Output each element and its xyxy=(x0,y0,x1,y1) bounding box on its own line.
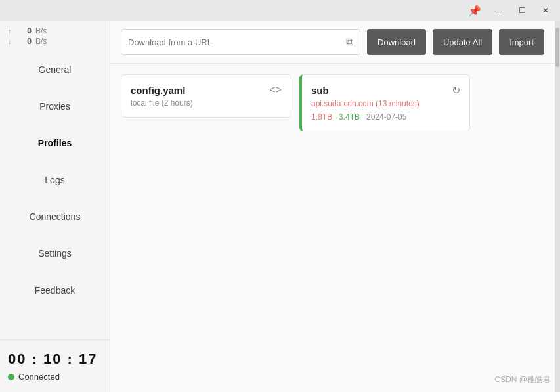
url-input-wrapper[interactable]: ⧉ xyxy=(121,29,360,55)
sidebar-nav: General Proxies Profiles Logs Connection… xyxy=(0,51,110,339)
download-button[interactable]: Download xyxy=(367,29,426,55)
card-config-edit-icon[interactable]: <> xyxy=(269,84,282,96)
profiles-area: config.yaml <> local file (2 hours) sub … xyxy=(110,64,555,392)
card-sub-name: sub xyxy=(311,85,329,96)
upload-arrow-icon: ↑ xyxy=(8,28,14,35)
right-scrollbar xyxy=(555,21,560,392)
stat-total-label: 3.4TB xyxy=(339,112,360,121)
close-button[interactable]: ✕ xyxy=(534,0,557,21)
sidebar-footer: 00 : 10 : 17 Connected xyxy=(0,339,110,392)
sidebar-item-settings[interactable]: Settings xyxy=(5,236,104,271)
pin-icon[interactable]: 📌 xyxy=(463,0,486,21)
toolbar: ⧉ Download Update All Import xyxy=(110,21,555,64)
restore-button[interactable]: ☐ xyxy=(510,0,534,21)
card-sub-meta: api.suda-cdn.com (13 minutes) xyxy=(311,99,460,108)
upload-unit: B/s xyxy=(35,26,47,35)
url-input[interactable] xyxy=(128,37,346,47)
sidebar-item-proxies[interactable]: Proxies xyxy=(5,89,104,123)
app-body: ↑ 0 B/s ↓ 0 B/s General Proxies Profiles… xyxy=(0,21,560,392)
update-all-button[interactable]: Update All xyxy=(433,29,492,55)
download-stat: ↓ 0 B/s xyxy=(8,37,102,46)
titlebar: 📌 — ☐ ✕ xyxy=(0,0,560,21)
connection-status: Connected xyxy=(8,372,102,381)
connected-dot-icon xyxy=(8,374,14,380)
upload-value: 0 xyxy=(18,26,32,35)
sidebar: ↑ 0 B/s ↓ 0 B/s General Proxies Profiles… xyxy=(0,21,110,392)
profile-card-sub[interactable]: sub ↻ api.suda-cdn.com (13 minutes) 1.8T… xyxy=(299,74,470,131)
stat-used-label: 1.8TB xyxy=(311,112,332,121)
sidebar-item-profiles[interactable]: Profiles xyxy=(5,126,104,160)
watermark: CSDN @稚皓君 xyxy=(494,374,551,385)
stat-date-label: 2024-07-05 xyxy=(366,112,406,121)
main-content: ⧉ Download Update All Import config.yaml… xyxy=(110,21,555,392)
connected-label: Connected xyxy=(18,372,60,381)
card-config-name: config.yaml xyxy=(131,85,185,96)
scrollbar-thumb xyxy=(555,28,559,67)
card-sub-stats: 1.8TB 3.4TB 2024-07-05 xyxy=(311,112,460,121)
card-config-header: config.yaml <> xyxy=(131,84,282,96)
import-button[interactable]: Import xyxy=(499,29,544,55)
sidebar-item-logs[interactable]: Logs xyxy=(5,163,104,197)
download-arrow-icon: ↓ xyxy=(8,38,14,45)
card-sub-refresh-icon[interactable]: ↻ xyxy=(452,84,460,97)
upload-stat: ↑ 0 B/s xyxy=(8,26,102,35)
minimize-button[interactable]: — xyxy=(486,0,510,21)
sidebar-item-feedback[interactable]: Feedback xyxy=(5,273,104,307)
profile-card-config[interactable]: config.yaml <> local file (2 hours) xyxy=(121,74,291,118)
card-sub-header: sub ↻ xyxy=(311,84,460,97)
download-unit: B/s xyxy=(35,37,47,46)
stats-panel: ↑ 0 B/s ↓ 0 B/s xyxy=(0,21,110,51)
download-value: 0 xyxy=(18,37,32,46)
sidebar-item-general[interactable]: General xyxy=(5,53,104,87)
card-config-meta: local file (2 hours) xyxy=(131,98,282,108)
sidebar-item-connections[interactable]: Connections xyxy=(5,200,104,234)
timer-display: 00 : 10 : 17 xyxy=(8,351,102,368)
copy-icon[interactable]: ⧉ xyxy=(346,36,353,48)
